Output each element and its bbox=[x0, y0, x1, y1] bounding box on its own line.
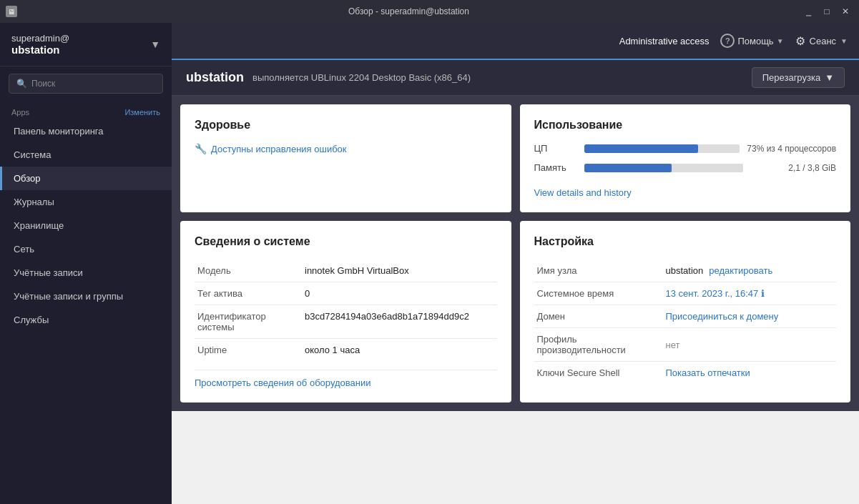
health-card-title: Здоровье bbox=[195, 119, 497, 132]
apps-edit-link[interactable]: Изменить bbox=[124, 108, 160, 117]
info-label: Uptime bbox=[195, 339, 302, 362]
settings-none-value: нет bbox=[663, 328, 837, 362]
session-menu[interactable]: ⚙ Сеанс ▼ bbox=[795, 34, 848, 48]
settings-link[interactable]: Показать отпечатки bbox=[666, 367, 750, 378]
view-details-link[interactable]: View details and history bbox=[534, 187, 632, 198]
titlebar-left: 🖥 bbox=[6, 6, 17, 17]
settings-link-value: Показать отпечатки bbox=[663, 362, 837, 385]
help-chevron-icon: ▼ bbox=[777, 37, 784, 45]
table-row: Имя узлаubstationредактировать bbox=[534, 260, 837, 282]
info-badge-icon: ℹ bbox=[761, 288, 765, 299]
usage-card-title: Использование bbox=[534, 119, 837, 132]
info-value: innotek GmbH VirtualBox bbox=[302, 260, 497, 282]
memory-bar-container bbox=[584, 164, 744, 172]
wrench-icon: 🔧 bbox=[195, 143, 207, 154]
help-menu[interactable]: ? Помощь ▼ bbox=[720, 34, 783, 48]
table-row: Тег актива0 bbox=[195, 282, 497, 305]
sidebar-item-network[interactable]: Сеть bbox=[0, 237, 172, 261]
help-icon: ? bbox=[720, 34, 735, 48]
bug-fix-link[interactable]: 🔧 Доступны исправления ошибок bbox=[195, 143, 497, 154]
sidebar-item-overview[interactable]: Обзор bbox=[0, 167, 172, 190]
sidebar-item-system[interactable]: Система bbox=[0, 143, 172, 167]
sidebar-item-accounts[interactable]: Учётные записи bbox=[0, 261, 172, 285]
settings-table: Имя узлаubstationредактироватьСистемное … bbox=[534, 260, 837, 384]
usage-card: Использование ЦП 73% из 4 процессоров Па… bbox=[520, 104, 851, 212]
settings-label: Системное время bbox=[534, 282, 663, 305]
sidebar-chevron-icon: ▼ bbox=[150, 39, 160, 50]
info-value: b3cd7284194a03e6ad8b1a71894dd9c2 bbox=[302, 305, 497, 339]
cpu-label: ЦП bbox=[534, 143, 577, 154]
settings-label: Имя узла bbox=[534, 260, 663, 282]
gear-icon: ⚙ bbox=[795, 34, 805, 48]
settings-link[interactable]: Присоединиться к домену bbox=[666, 311, 779, 322]
page-header: ubstation выполняется UBLinux 2204 Deskt… bbox=[172, 60, 859, 96]
table-row: Ключи Secure ShellПоказать отпечатки bbox=[534, 362, 837, 385]
memory-label: Память bbox=[534, 162, 577, 173]
table-row: Uptimeоколо 1 часа bbox=[195, 339, 497, 362]
close-button[interactable]: ✕ bbox=[838, 4, 853, 19]
settings-card: Настройка Имя узлаubstationредактировать… bbox=[520, 221, 851, 402]
apps-label: Apps bbox=[11, 108, 29, 117]
titlebar: 🖥 Обзор - superadmin@ubstation ⎯ □ ✕ bbox=[0, 0, 859, 23]
table-row: Идентификатор системыb3cd7284194a03e6ad8… bbox=[195, 305, 497, 339]
system-time-value: 13 сент. 2023 г., 16:47ℹ bbox=[663, 282, 837, 305]
minimize-button[interactable]: ⎯ bbox=[800, 4, 816, 19]
search-icon: 🔍 bbox=[16, 79, 27, 89]
sidebar-item-accounts-groups[interactable]: Учётные записи и группы bbox=[0, 285, 172, 308]
memory-usage-row: Память 2,1 / 3,8 GiB bbox=[534, 162, 837, 173]
app-layout: superadmin@ ubstation ▼ 🔍 Поиск Apps Изм… bbox=[0, 23, 859, 504]
page-hostname: ubstation bbox=[186, 70, 244, 85]
memory-bar bbox=[584, 164, 672, 172]
info-label: Идентификатор системы bbox=[195, 305, 302, 339]
cpu-bar-container bbox=[584, 144, 740, 153]
sidebar-item-storage[interactable]: Хранилище bbox=[0, 214, 172, 237]
sidebar-section-apps: Apps Изменить bbox=[0, 101, 172, 119]
cards-grid: Здоровье 🔧 Доступны исправления ошибок И… bbox=[172, 96, 859, 411]
system-info-table: Модельinnotek GmbH VirtualBoxТег актива0… bbox=[195, 260, 497, 361]
session-label: Сеанс bbox=[810, 36, 837, 46]
settings-label: Домен bbox=[534, 305, 663, 328]
reboot-button[interactable]: Перезагрузка ▼ bbox=[752, 67, 845, 88]
info-value: 0 bbox=[302, 282, 497, 305]
page-header-left: ubstation выполняется UBLinux 2204 Deskt… bbox=[186, 70, 471, 85]
maximize-button[interactable]: □ bbox=[819, 4, 835, 19]
sidebar: superadmin@ ubstation ▼ 🔍 Поиск Apps Изм… bbox=[0, 23, 172, 504]
sidebar-user-info: superadmin@ ubstation bbox=[11, 33, 69, 56]
app-icon: 🖥 bbox=[6, 6, 17, 17]
sidebar-search[interactable]: 🔍 Поиск bbox=[9, 74, 163, 94]
session-chevron-icon: ▼ bbox=[840, 37, 848, 45]
settings-title: Настройка bbox=[534, 235, 837, 248]
time-link[interactable]: 13 сент. 2023 г., 16:47 bbox=[666, 288, 759, 299]
reboot-label: Перезагрузка bbox=[762, 72, 820, 83]
page-subtitle: выполняется UBLinux 2204 Desktop Basic (… bbox=[252, 72, 471, 83]
sidebar-username: superadmin@ bbox=[11, 33, 69, 44]
hardware-details-link[interactable]: Просмотреть сведения об оборудовании bbox=[195, 377, 370, 388]
sidebar-item-logs[interactable]: Журналы bbox=[0, 190, 172, 214]
system-info-card: Сведения о системе Модельinnotek GmbH Vi… bbox=[180, 221, 511, 402]
sidebar-nav: Панель мониторингаСистемаОбзорЖурналыХра… bbox=[0, 119, 172, 332]
cpu-bar bbox=[584, 144, 698, 153]
bug-fix-label: Доступны исправления ошибок bbox=[211, 144, 347, 154]
settings-label: Профиль производительности bbox=[534, 328, 663, 362]
system-info-title: Сведения о системе bbox=[195, 235, 497, 248]
sidebar-user-header[interactable]: superadmin@ ubstation ▼ bbox=[0, 23, 172, 66]
health-card: Здоровье 🔧 Доступны исправления ошибок bbox=[180, 104, 511, 212]
reboot-chevron-icon: ▼ bbox=[825, 72, 834, 83]
search-placeholder: Поиск bbox=[31, 79, 55, 89]
help-label: Помощь bbox=[737, 36, 773, 46]
cpu-value: 73% из 4 процессоров bbox=[747, 144, 836, 154]
main-content: Здоровье 🔧 Доступны исправления ошибок И… bbox=[172, 96, 859, 504]
sidebar-item-monitoring[interactable]: Панель мониторинга bbox=[0, 119, 172, 143]
table-row: Системное время13 сент. 2023 г., 16:47ℹ bbox=[534, 282, 837, 305]
info-label: Тег актива bbox=[195, 282, 302, 305]
topbar: Administrative access ? Помощь ▼ ⚙ Сеанс… bbox=[172, 23, 859, 60]
hostname-value: ubstationредактировать bbox=[663, 260, 837, 282]
admin-access-label: Administrative access bbox=[619, 36, 710, 46]
sidebar-hostname: ubstation bbox=[11, 44, 69, 56]
titlebar-title: Обзор - superadmin@ubstation bbox=[17, 6, 800, 16]
sidebar-item-services[interactable]: Службы bbox=[0, 308, 172, 332]
table-row: ДоменПрисоединиться к домену bbox=[534, 305, 837, 328]
info-label: Модель bbox=[195, 260, 302, 282]
hostname-edit-link[interactable]: редактировать bbox=[709, 265, 772, 276]
info-value: около 1 часа bbox=[302, 339, 497, 362]
